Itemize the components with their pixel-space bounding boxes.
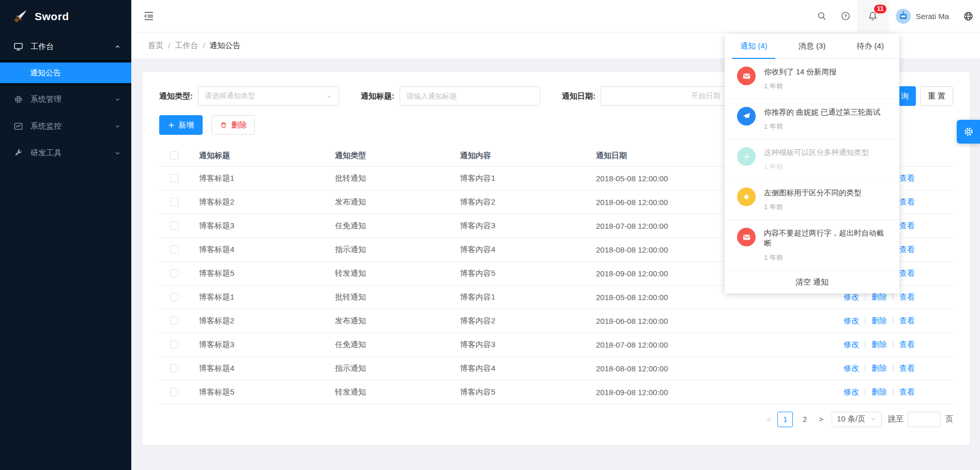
help-button[interactable]: ? xyxy=(834,0,858,32)
row-checkbox[interactable] xyxy=(170,364,178,372)
edit-link[interactable]: 修改 xyxy=(844,316,859,325)
view-link[interactable]: 查看 xyxy=(899,364,915,372)
edit-link[interactable]: 修改 xyxy=(844,340,859,349)
cell-type: 任免通知 xyxy=(329,333,454,356)
tab-message[interactable]: 消息 (3) xyxy=(783,34,841,58)
breadcrumb-item[interactable]: 首页 xyxy=(148,41,163,51)
sidebar-item-workbench[interactable]: 工作台 xyxy=(0,33,131,60)
tab-notice[interactable]: 通知 (4) xyxy=(725,34,783,58)
page-unit-label: 页 xyxy=(945,414,953,424)
row-checkbox[interactable] xyxy=(170,222,178,230)
delete-link[interactable]: 删除 xyxy=(871,364,887,372)
row-select-cell xyxy=(159,238,193,261)
next-page-button[interactable]: > xyxy=(815,415,828,424)
notice-date-label: 通知日期: xyxy=(562,91,595,101)
notification-item[interactable]: 你推荐的 曲妮妮 已通过第三轮面试1 年前 xyxy=(725,99,899,139)
avatar xyxy=(896,9,911,24)
notification-time: 1 年前 xyxy=(764,122,881,131)
select-all-header xyxy=(159,145,193,166)
delete-link[interactable]: 删除 xyxy=(871,340,887,349)
edit-link[interactable]: 修改 xyxy=(844,387,859,396)
page-button[interactable]: 2 xyxy=(797,412,813,427)
notification-time: 1 年前 xyxy=(764,162,869,171)
sidebar-item-system-management[interactable]: 系统管理 xyxy=(0,86,131,113)
page-size-select[interactable]: 10 条/页 xyxy=(832,412,882,427)
notifications-button[interactable]: 11 xyxy=(858,0,889,32)
notification-time: 1 年前 xyxy=(764,202,862,212)
notification-title: 你收到了 14 份新周报 xyxy=(764,67,836,77)
app-logo[interactable]: Sword xyxy=(0,0,131,33)
row-checkbox[interactable] xyxy=(170,340,178,349)
edit-link[interactable]: 修改 xyxy=(844,292,859,301)
page-size-value: 10 条/页 xyxy=(837,414,865,424)
notice-title-input[interactable] xyxy=(400,86,540,106)
reset-button[interactable]: 重 置 xyxy=(920,86,953,106)
sidebar: Sword 工作台通知公告系统管理系统监控研发工具 xyxy=(0,0,131,470)
view-link[interactable]: 查看 xyxy=(899,387,915,396)
row-checkbox[interactable] xyxy=(170,245,178,254)
collapse-sidebar-button[interactable] xyxy=(143,10,155,22)
user-menu[interactable]: Serati Ma xyxy=(889,0,956,32)
select-all-checkbox[interactable] xyxy=(170,151,178,160)
notice-type-select[interactable]: 请选择通知类型 xyxy=(198,86,339,106)
row-actions: 修改|删除|查看 xyxy=(797,380,953,404)
delete-link[interactable]: 删除 xyxy=(871,387,887,396)
view-link[interactable]: 查看 xyxy=(899,269,915,277)
cell-content: 博客内容1 xyxy=(454,166,590,190)
page-button[interactable]: 1 xyxy=(777,412,793,427)
cell-date: 2018-09-08 12:00:00 xyxy=(590,380,797,404)
sidebar-item-label: 工作台 xyxy=(30,42,54,52)
row-select-cell xyxy=(159,214,193,238)
sidebar-item-dev-tools[interactable]: 研发工具 xyxy=(0,139,131,166)
cell-title: 博客标题4 xyxy=(193,356,329,380)
row-select-cell xyxy=(159,285,193,309)
clear-notifications-button[interactable]: 清空 通知 xyxy=(725,271,899,293)
breadcrumb-item[interactable]: 工作台 xyxy=(175,41,198,51)
row-checkbox[interactable] xyxy=(170,317,178,325)
cell-type: 任免通知 xyxy=(329,214,454,238)
tab-todo[interactable]: 待办 (4) xyxy=(841,34,899,58)
notification-item[interactable]: 你收到了 14 份新周报1 年前 xyxy=(725,59,899,99)
cell-title: 博客标题2 xyxy=(193,190,329,214)
cell-type: 批转通知 xyxy=(329,285,454,309)
add-button[interactable]: 新增 xyxy=(159,115,203,135)
notification-item[interactable]: 这种模板可以区分多种通知类型1 年前 xyxy=(725,139,899,180)
column-header-2: 通知内容 xyxy=(454,145,590,166)
row-checkbox[interactable] xyxy=(170,269,178,277)
view-link[interactable]: 查看 xyxy=(899,340,915,349)
sidebar-submenu: 通知公告 xyxy=(0,60,131,86)
theme-settings-button[interactable] xyxy=(957,120,980,144)
search-button[interactable] xyxy=(810,0,834,32)
cell-type: 指示通知 xyxy=(329,238,454,261)
view-link[interactable]: 查看 xyxy=(899,221,915,230)
delete-link[interactable]: 删除 xyxy=(871,316,887,325)
jump-page-input[interactable] xyxy=(908,412,941,427)
prev-page-button[interactable]: < xyxy=(762,415,775,424)
view-link[interactable]: 查看 xyxy=(899,316,915,325)
language-button[interactable] xyxy=(956,0,980,32)
row-checkbox[interactable] xyxy=(170,198,178,206)
sidebar-item-system-monitor[interactable]: 系统监控 xyxy=(0,113,131,139)
row-checkbox[interactable] xyxy=(170,174,178,182)
sidebar-subitem-notice[interactable]: 通知公告 xyxy=(0,62,131,83)
cell-title: 博客标题4 xyxy=(193,238,329,261)
row-checkbox[interactable] xyxy=(170,293,178,301)
view-link[interactable]: 查看 xyxy=(899,174,915,182)
notification-item[interactable]: 左侧图标用于区分不同的类型1 年前 xyxy=(725,180,899,220)
breadcrumb-item: 通知公告 xyxy=(209,41,240,51)
delete-button[interactable]: 删除 xyxy=(211,115,255,135)
notification-body: 你推荐的 曲妮妮 已通过第三轮面试1 年前 xyxy=(764,107,881,131)
delete-link[interactable]: 删除 xyxy=(871,292,887,301)
view-link[interactable]: 查看 xyxy=(899,197,915,206)
action-separator: | xyxy=(892,340,894,349)
cell-title: 博客标题1 xyxy=(193,285,329,309)
cell-type: 指示通知 xyxy=(329,356,454,380)
notification-title: 你推荐的 曲妮妮 已通过第三轮面试 xyxy=(764,107,881,117)
view-link[interactable]: 查看 xyxy=(899,292,915,301)
edit-link[interactable]: 修改 xyxy=(844,364,859,372)
row-checkbox[interactable] xyxy=(170,388,178,396)
view-link[interactable]: 查看 xyxy=(899,245,915,254)
notification-item[interactable]: 内容不要超过两行字，超出时自动截断1 年前 xyxy=(725,220,899,271)
action-separator: | xyxy=(864,387,866,396)
globe-icon xyxy=(963,11,974,22)
